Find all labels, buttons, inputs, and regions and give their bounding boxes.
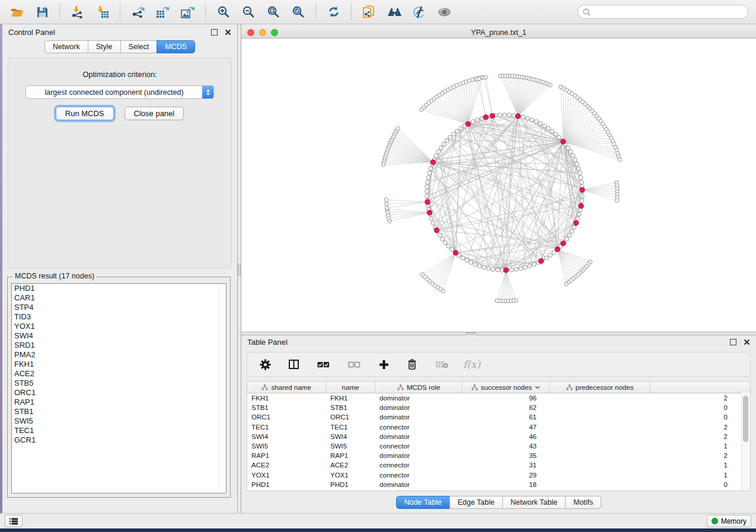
network-node[interactable] [469, 261, 473, 265]
network-node[interactable] [618, 158, 621, 161]
select-all-rows-button[interactable] [314, 355, 332, 374]
table-settings-button[interactable] [257, 355, 273, 374]
network-node[interactable] [442, 142, 446, 146]
network-node[interactable] [569, 150, 573, 154]
close-window-icon[interactable] [247, 29, 254, 36]
network-node[interactable] [473, 262, 477, 267]
network-node[interactable] [567, 233, 572, 238]
minimize-window-icon[interactable] [259, 29, 266, 36]
network-node[interactable] [385, 206, 389, 210]
mcds-node[interactable] [465, 121, 470, 126]
network-node[interactable] [486, 267, 490, 271]
list-item[interactable]: SWI5 [12, 416, 226, 426]
network-node[interactable] [524, 265, 528, 270]
network-node[interactable] [507, 113, 511, 117]
network-node[interactable] [530, 118, 534, 122]
network-node[interactable] [557, 135, 562, 139]
column-header-predecessor-nodes[interactable]: predecessor nodes [550, 382, 650, 393]
network-node[interactable] [579, 175, 583, 180]
network-node[interactable] [477, 264, 481, 268]
network-node[interactable] [426, 180, 430, 184]
zoom-out-button[interactable] [237, 2, 260, 21]
network-node[interactable] [538, 121, 543, 126]
network-node[interactable] [548, 84, 552, 87]
network-node[interactable] [525, 116, 529, 120]
network-node[interactable] [429, 217, 433, 221]
network-node[interactable] [532, 262, 536, 267]
network-node[interactable] [578, 171, 582, 175]
list-item[interactable]: ORC1 [12, 388, 226, 398]
delete-table-button[interactable] [433, 355, 451, 374]
table-row[interactable]: YOX1YOX1connector291 [247, 470, 750, 480]
tab-network-table[interactable]: Network Table [502, 496, 566, 509]
network-node[interactable] [451, 132, 455, 136]
list-item[interactable]: SWI4 [12, 331, 226, 341]
list-item[interactable]: GCR1 [12, 435, 226, 445]
network-node[interactable] [477, 77, 481, 81]
list-item[interactable]: STB5 [12, 379, 226, 388]
list-item[interactable]: PMA2 [12, 350, 226, 360]
network-node[interactable] [534, 120, 538, 124]
network-node[interactable] [570, 229, 574, 233]
tab-network[interactable]: Network [44, 40, 88, 53]
mcds-node[interactable] [579, 204, 583, 209]
network-node[interactable] [512, 114, 516, 118]
network-node[interactable] [384, 198, 388, 201]
network-node[interactable] [544, 256, 548, 260]
export-network-button[interactable] [126, 2, 150, 21]
tab-edge-table[interactable]: Edge Table [449, 496, 503, 509]
network-node[interactable] [564, 282, 568, 286]
network-node[interactable] [571, 154, 575, 158]
network-node[interactable] [564, 237, 569, 241]
table-row[interactable]: FKH1FKH1dominator962 [247, 393, 750, 403]
network-node[interactable] [448, 135, 452, 139]
show-all-button[interactable] [432, 2, 456, 21]
network-node[interactable] [471, 120, 475, 124]
function-builder-icon[interactable]: f(x) [463, 358, 480, 370]
zoom-selected-button[interactable] [286, 2, 310, 21]
network-node[interactable] [580, 198, 584, 203]
mcds-node[interactable] [561, 139, 566, 144]
zoom-fit-button[interactable] [261, 2, 285, 21]
tab-style[interactable]: Style [88, 40, 121, 53]
close-panel-icon[interactable] [744, 339, 750, 345]
network-node[interactable] [441, 237, 445, 241]
hide-selected-button[interactable] [407, 2, 431, 21]
mcds-node[interactable] [503, 268, 508, 273]
table-scrollbar[interactable] [741, 393, 750, 491]
memory-button[interactable]: Memory [707, 515, 751, 527]
network-node[interactable] [552, 251, 556, 255]
network-graph[interactable] [241, 39, 756, 332]
mcds-node[interactable] [490, 113, 495, 118]
network-node[interactable] [615, 198, 618, 202]
mcds-node[interactable] [516, 114, 521, 118]
network-node[interactable] [484, 75, 487, 79]
list-item[interactable]: RAP1 [12, 398, 226, 407]
list-item[interactable]: SRD1 [12, 341, 226, 350]
network-node[interactable] [385, 202, 388, 206]
float-panel-icon[interactable] [211, 29, 218, 36]
network-node[interactable] [428, 171, 432, 175]
network-node[interactable] [573, 158, 578, 162]
export-image-button[interactable] [176, 2, 200, 21]
tab-select[interactable]: Select [120, 40, 158, 53]
tab-motifs[interactable]: Motifs [565, 496, 601, 509]
export-table-button[interactable] [151, 2, 175, 21]
network-node[interactable] [425, 194, 429, 198]
open-session-button[interactable] [5, 2, 29, 21]
criterion-dropdown[interactable]: largest connected component (undirected) [25, 85, 214, 99]
network-node[interactable] [514, 267, 518, 271]
import-network-button[interactable] [66, 2, 90, 21]
network-node[interactable] [528, 264, 532, 268]
float-panel-icon[interactable] [730, 339, 736, 345]
network-node[interactable] [420, 273, 424, 276]
table-row[interactable]: SWI4SWI4dominator462 [247, 432, 750, 441]
mcds-node[interactable] [430, 160, 435, 165]
column-layout-button[interactable] [286, 355, 301, 374]
network-window-titlebar[interactable]: YPA_prune.txt_1 [241, 27, 756, 39]
delete-column-button[interactable] [404, 355, 420, 374]
list-item[interactable]: TEC1 [12, 426, 226, 435]
network-node[interactable] [436, 150, 441, 154]
network-node[interactable] [425, 185, 429, 189]
mcds-node[interactable] [573, 220, 578, 225]
